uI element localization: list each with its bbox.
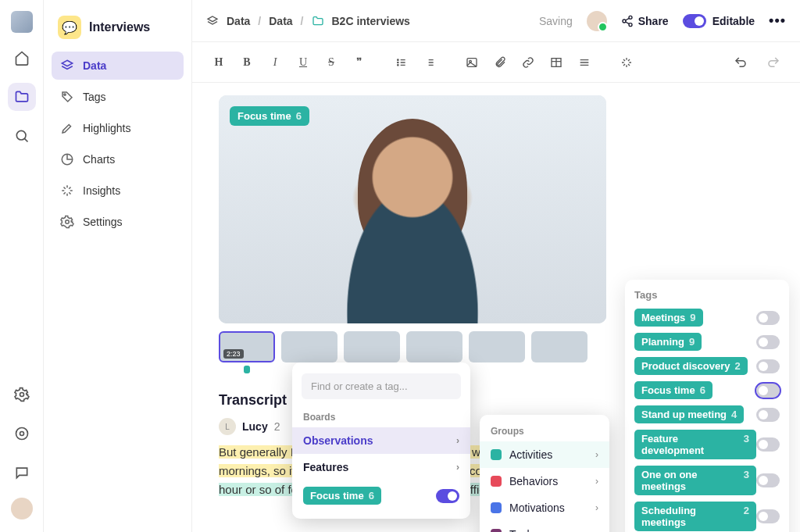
editable-toggle[interactable]: Editable — [683, 14, 755, 28]
highlight-icon — [59, 121, 75, 135]
bullet-list-button[interactable] — [389, 50, 414, 75]
home-icon[interactable] — [8, 44, 36, 72]
group-tools[interactable]: Tools › — [480, 521, 609, 532]
more-menu-icon[interactable]: ••• — [769, 12, 786, 29]
heading-button[interactable]: H — [206, 50, 231, 75]
bold-button[interactable]: B — [234, 50, 259, 75]
video-player[interactable]: Focus time 6 — [219, 95, 606, 323]
tags-panel-title: Tags — [634, 289, 780, 301]
tag-chip[interactable]: Scheduling meetings2 — [634, 502, 756, 531]
italic-button[interactable]: I — [262, 50, 288, 75]
svg-point-8 — [623, 20, 626, 23]
group-behaviors[interactable]: Behaviors › — [480, 468, 609, 495]
editable-label: Editable — [712, 15, 755, 27]
breadcrumb-item[interactable]: Data — [269, 15, 292, 27]
ai-button[interactable] — [614, 50, 639, 75]
sparkle-icon — [59, 184, 75, 198]
tag-toggle[interactable] — [756, 311, 780, 325]
thumbnail[interactable] — [469, 331, 525, 362]
strike-button[interactable]: S — [319, 50, 344, 75]
sidebar-item-label: Data — [83, 59, 106, 72]
thumb-time: 2:23 — [223, 349, 244, 359]
content: Focus time 6 2:23 Transcript — [192, 83, 800, 532]
color-swatch — [491, 529, 502, 532]
color-swatch — [491, 502, 502, 513]
thumbnail[interactable] — [531, 331, 588, 362]
user-avatar[interactable] — [11, 498, 33, 520]
tags-panel: Tags Meetings9Planning9Product discovery… — [625, 280, 789, 532]
workspace-avatar[interactable] — [11, 11, 33, 33]
sidebar-item-label: Charts — [83, 153, 115, 166]
group-motivations[interactable]: Motivations › — [480, 495, 609, 521]
thumbnail[interactable] — [344, 331, 400, 362]
sidebar-item-charts[interactable]: Charts — [52, 145, 184, 173]
tag-chip[interactable]: Focus time 6 — [303, 487, 381, 505]
app-rail — [0, 0, 44, 532]
divider-button[interactable] — [572, 50, 597, 75]
tag-chip[interactable]: Focus time6 — [634, 381, 712, 399]
speaker-avatar: L — [219, 418, 236, 435]
tag-row: Meetings9 — [634, 309, 780, 327]
svg-point-3 — [20, 432, 23, 436]
color-swatch — [491, 476, 502, 487]
thumbnail[interactable] — [406, 331, 462, 362]
tag-row: Stand up meeting4 — [634, 405, 780, 423]
breadcrumb-item[interactable]: B2C interviews — [332, 15, 410, 27]
tag-toggle[interactable] — [756, 509, 780, 523]
tag-chip[interactable]: Stand up meeting4 — [634, 405, 744, 423]
table-button[interactable] — [544, 50, 569, 75]
speaker-name: Lucy — [242, 420, 268, 433]
tag-chip[interactable]: Meetings9 — [634, 309, 703, 327]
sidebar-item-data[interactable]: Data — [52, 52, 184, 80]
tag-chip[interactable]: Feature development3 — [634, 430, 756, 459]
tag-toggle[interactable] — [756, 437, 780, 452]
tag-toggle[interactable] — [756, 359, 780, 373]
chevron-right-icon: › — [595, 449, 598, 460]
tag-row: Product discovery2 — [634, 357, 780, 375]
search-icon[interactable] — [8, 122, 36, 150]
tag-row: One on one meetings3 — [634, 466, 780, 495]
redo-button[interactable] — [761, 50, 786, 75]
breadcrumb-item[interactable]: Data — [227, 15, 250, 27]
folder-icon[interactable] — [8, 83, 36, 111]
quote-button[interactable]: ❞ — [347, 50, 372, 75]
sidebar-item-settings[interactable]: Settings — [52, 208, 184, 236]
tag-search-input[interactable]: Find or create a tag... — [302, 373, 461, 399]
sidebar-item-insights[interactable]: Insights — [52, 177, 184, 205]
sidebar-item-tags[interactable]: Tags — [52, 83, 184, 111]
underline-button[interactable]: U — [291, 50, 316, 75]
thumbnail[interactable]: 2:23 — [219, 331, 275, 362]
tag-toggle[interactable] — [756, 473, 780, 487]
tag-toggle[interactable] — [756, 384, 780, 398]
group-activities[interactable]: Activities › — [480, 441, 609, 468]
gear-icon — [59, 215, 75, 229]
sidebar-item-highlights[interactable]: Highlights — [52, 114, 184, 142]
link-button[interactable] — [516, 50, 541, 75]
messages-icon[interactable] — [8, 459, 36, 487]
editor-toolbar: H B I U S ❞ — [192, 42, 800, 83]
svg-point-2 — [16, 428, 27, 440]
tag-chip[interactable]: One on one meetings3 — [634, 466, 756, 495]
help-icon[interactable] — [8, 420, 36, 448]
tag-chip[interactable]: Product discovery2 — [634, 357, 748, 375]
board-observations[interactable]: Observations › — [292, 427, 470, 454]
tag-toggle[interactable] — [756, 408, 780, 422]
chevron-right-icon: › — [595, 502, 598, 513]
number-list-button[interactable] — [417, 50, 442, 75]
tag-toggle[interactable] — [756, 335, 780, 349]
thumbnail[interactable] — [281, 331, 338, 362]
presence-avatar[interactable] — [587, 11, 607, 31]
undo-button[interactable] — [728, 50, 753, 75]
video-tag-chip[interactable]: Focus time 6 — [230, 106, 309, 126]
board-features[interactable]: Features › — [292, 454, 470, 480]
attach-button[interactable] — [488, 50, 512, 75]
sidebar-item-label: Highlights — [83, 122, 130, 134]
share-button[interactable]: Share — [621, 15, 669, 27]
chevron-right-icon: › — [595, 476, 598, 487]
chevron-right-icon: › — [456, 462, 459, 473]
image-button[interactable] — [459, 50, 484, 75]
tag-chip[interactable]: Planning9 — [634, 333, 702, 351]
tag-toggle[interactable] — [436, 489, 459, 503]
settings-rail-icon[interactable] — [8, 380, 36, 409]
svg-point-12 — [398, 64, 398, 65]
